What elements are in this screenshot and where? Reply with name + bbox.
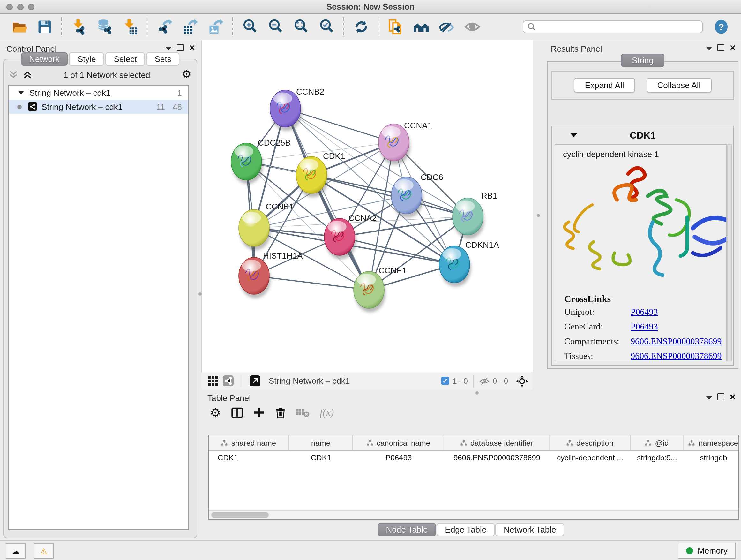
selected-items-checkbox-icon[interactable]: ✓ bbox=[441, 377, 449, 385]
import-network-from-file-icon[interactable] bbox=[70, 17, 89, 37]
results-panel-close-icon[interactable]: ✕ bbox=[730, 44, 736, 51]
network-collection-row[interactable]: String Network – cdk1 1 bbox=[9, 85, 188, 100]
detach-view-icon[interactable] bbox=[248, 374, 261, 387]
network-view-toolbar: String Network – cdk1 ✓ 1 - 0 0 - 0 bbox=[201, 372, 532, 389]
table-panel-menu-icon[interactable] bbox=[706, 396, 712, 400]
duplicate-network-icon[interactable] bbox=[386, 17, 405, 37]
table-row[interactable]: CDK1CDK1P064939606.ENSP00000378699cyclin… bbox=[209, 451, 738, 465]
zoom-selected-region-icon[interactable] bbox=[317, 17, 336, 37]
network-row[interactable]: String Network – cdk1 11 48 bbox=[9, 100, 188, 114]
node-label: CDKN1A bbox=[465, 240, 499, 250]
table-cell[interactable]: 9606.ENSP00000378699 bbox=[444, 451, 549, 465]
results-panel-menu-icon[interactable] bbox=[706, 47, 712, 51]
tab-edge-table[interactable]: Edge Table bbox=[437, 523, 495, 537]
gene-section-header[interactable]: CDK1 bbox=[552, 126, 733, 143]
save-session-icon[interactable] bbox=[35, 17, 54, 37]
search-input[interactable] bbox=[536, 22, 698, 32]
warnings-button[interactable]: ⚠ bbox=[34, 543, 54, 559]
collection-count: 1 bbox=[178, 88, 182, 98]
grid-view-icon[interactable] bbox=[206, 374, 219, 387]
birds-eye-view-icon[interactable] bbox=[516, 374, 529, 387]
expand-all-button[interactable]: Expand All bbox=[574, 78, 635, 92]
control-panel-close-icon[interactable]: ✕ bbox=[189, 44, 195, 51]
right-splitter-handle[interactable] bbox=[537, 214, 540, 217]
column-header-namespace[interactable]: namespace bbox=[684, 435, 739, 450]
zoom-in-icon[interactable] bbox=[241, 17, 260, 37]
tab-string[interactable]: String bbox=[621, 54, 664, 67]
tab-network[interactable]: Network bbox=[21, 52, 68, 66]
node-label: HIST1H1A bbox=[263, 251, 303, 260]
collection-label: String Network – cdk1 bbox=[29, 88, 111, 98]
import-table-from-file-icon[interactable] bbox=[121, 17, 140, 37]
results-panel-float-icon[interactable] bbox=[718, 44, 724, 51]
search-box[interactable] bbox=[523, 20, 703, 33]
network-type-icon bbox=[28, 102, 37, 111]
expand-all-networks-icon[interactable] bbox=[23, 70, 32, 79]
table-cell[interactable]: CDK1 bbox=[209, 451, 289, 465]
table-cell[interactable]: stringdb bbox=[684, 451, 739, 465]
add-column-icon[interactable] bbox=[253, 407, 265, 418]
tab-node-table[interactable]: Node Table bbox=[378, 523, 436, 537]
help-icon[interactable]: ? bbox=[712, 17, 731, 37]
cloud-status-button[interactable]: ☁ bbox=[6, 543, 25, 559]
collapse-all-networks-icon[interactable] bbox=[9, 70, 18, 79]
collection-expand-icon[interactable] bbox=[18, 91, 24, 95]
collapse-all-button[interactable]: Collapse All bbox=[647, 78, 712, 92]
network-selection-status: 1 of 1 Network selected bbox=[32, 70, 182, 79]
table-options-gear-icon[interactable]: ⚙ bbox=[210, 405, 221, 420]
column-header--id[interactable]: @id bbox=[630, 435, 684, 450]
bottom-splitter-handle[interactable] bbox=[475, 391, 479, 395]
table-panel-close-icon[interactable]: ✕ bbox=[730, 394, 736, 400]
table-cell[interactable]: stringdb:9... bbox=[630, 451, 684, 465]
delete-table-icon[interactable] bbox=[296, 408, 310, 417]
results-scrollbar[interactable] bbox=[727, 144, 732, 361]
memory-button[interactable]: Memory bbox=[678, 543, 736, 559]
results-panel-title: Results Panel bbox=[551, 44, 602, 54]
export-table-icon[interactable] bbox=[181, 17, 200, 37]
open-session-icon[interactable] bbox=[10, 17, 29, 37]
delete-column-icon[interactable] bbox=[275, 407, 286, 419]
refresh-view-icon[interactable] bbox=[352, 17, 371, 37]
left-splitter-handle[interactable] bbox=[199, 293, 202, 296]
table-horizontal-scrollbar[interactable] bbox=[209, 510, 738, 519]
show-columns-icon[interactable] bbox=[231, 407, 243, 419]
network-options-gear-icon[interactable]: ⚙ bbox=[182, 70, 192, 79]
tab-network-table[interactable]: Network Table bbox=[495, 523, 564, 537]
function-builder-icon[interactable]: f(x) bbox=[320, 407, 334, 418]
control-panel-float-icon[interactable] bbox=[177, 44, 184, 51]
open-in-cybrowser-icon[interactable] bbox=[412, 17, 431, 37]
column-header-shared-name[interactable]: shared name bbox=[209, 435, 289, 450]
export-image-icon[interactable] bbox=[206, 17, 225, 37]
table-cell[interactable]: cyclin-dependent ... bbox=[549, 451, 630, 465]
tab-select[interactable]: Select bbox=[105, 52, 145, 66]
tab-sets[interactable]: Sets bbox=[146, 52, 180, 66]
column-header-database-identifier[interactable]: database identifier bbox=[444, 435, 549, 450]
scrollbar-thumb[interactable] bbox=[211, 512, 269, 518]
zoom-out-icon[interactable] bbox=[266, 17, 285, 37]
column-header-name[interactable]: name bbox=[289, 435, 353, 450]
tab-style[interactable]: Style bbox=[69, 52, 105, 66]
crosslink-label: Tissues: bbox=[564, 351, 630, 361]
column-header-canonical-name[interactable]: canonical name bbox=[353, 435, 444, 450]
crosslink-link[interactable]: 9606.ENSP00000378699 bbox=[630, 351, 722, 361]
crosslink-link[interactable]: 9606.ENSP00000378699 bbox=[630, 336, 722, 347]
column-header-label: shared name bbox=[231, 438, 276, 447]
gene-collapse-icon[interactable] bbox=[570, 132, 578, 137]
table-cell[interactable]: P06493 bbox=[353, 451, 444, 465]
zoom-fit-content-icon[interactable] bbox=[292, 17, 311, 37]
import-network-from-database-icon[interactable] bbox=[95, 17, 114, 37]
network-share-view-icon[interactable] bbox=[221, 374, 234, 387]
column-header-description[interactable]: description bbox=[549, 435, 630, 450]
crosslink-row: Tissues:9606.ENSP00000378699 bbox=[564, 351, 726, 361]
network-canvas[interactable]: CCNB2CCNA1CDC25BCDK1CDC6RB1CCNB1CCNA2CDK… bbox=[201, 40, 533, 372]
table-cell[interactable]: CDK1 bbox=[289, 451, 353, 465]
control-panel: Control Panel ✕ Network Style Select Set… bbox=[0, 40, 200, 540]
column-header-label: database identifier bbox=[470, 438, 533, 447]
export-network-icon[interactable] bbox=[155, 17, 174, 37]
table-panel-float-icon[interactable] bbox=[718, 393, 724, 400]
control-panel-menu-icon[interactable] bbox=[165, 47, 172, 51]
crosslink-link[interactable]: P06493 bbox=[630, 322, 658, 332]
show-graphics-details-icon[interactable] bbox=[463, 17, 482, 37]
crosslink-link[interactable]: P06493 bbox=[630, 307, 658, 317]
hide-graphics-details-icon[interactable] bbox=[437, 17, 456, 37]
